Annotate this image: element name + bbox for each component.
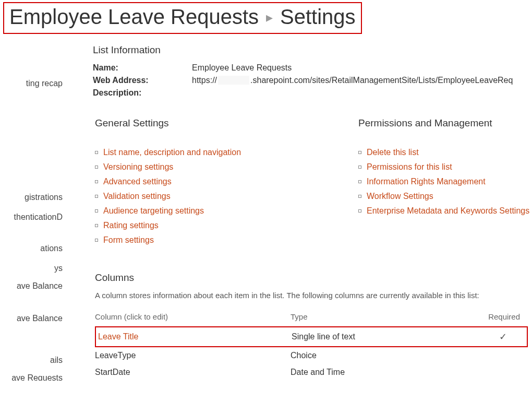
permissions-link[interactable]: Workflow Settings [367,192,433,201]
bullet-icon [95,166,98,169]
breadcrumb: Employee Leave Requests ▸ Settings [9,5,356,29]
general-settings-links: List name, description and navigationVer… [95,148,356,245]
bullet-icon [95,224,98,227]
web-address-value[interactable]: https://xx.sharepoint.com/sites/RetailMa… [192,76,513,85]
chevron-right-icon: ▸ [266,9,273,26]
sidebar-item[interactable]: gistrations [25,188,63,206]
general-settings-link[interactable]: Form settings [103,235,154,245]
sidebar-item[interactable]: ave Balance [17,310,63,327]
breadcrumb-highlight: Employee Leave Requests ▸ Settings [3,2,362,34]
name-label: Name: [93,63,192,73]
table-row: Leave TitleSingle line of text✓ [95,326,528,347]
columns-header-type: Type [291,312,483,321]
permissions-links: Delete this listPermissions for this lis… [358,148,532,216]
permissions-heading: Permissions and Management [358,117,532,129]
list-info-heading: List Information [93,44,532,56]
bullet-icon [95,180,98,183]
bullet-icon [358,151,361,154]
sidebar-item[interactable]: ys [54,260,63,277]
bullet-icon [358,209,361,213]
columns-table: Column (click to edit) Type Required Lea… [95,312,528,381]
general-settings-link[interactable]: Rating settings [103,221,159,230]
general-settings-heading: General Settings [95,117,356,129]
general-settings-link[interactable]: Validation settings [103,192,171,201]
sidebar-item[interactable]: ting recap [26,75,63,92]
general-settings-item: Rating settings [95,221,356,230]
bullet-icon [95,209,98,213]
permissions-item: Delete this list [358,148,532,157]
table-row: LeaveTypeChoice [95,347,528,364]
column-name-link[interactable]: StartDate [95,368,291,377]
web-address-label: Web Address: [93,76,192,85]
bullet-icon [358,166,361,169]
general-settings-item: Audience targeting settings [95,206,356,216]
sidebar-item[interactable]: ave Balance [17,277,63,295]
bullet-icon [95,195,98,198]
column-name-link[interactable]: Leave Title [96,332,292,341]
column-type: Single line of text [292,332,485,341]
general-settings-link[interactable]: Audience targeting settings [103,206,204,216]
main-content: List Information Name: Employee Leave Re… [63,44,532,381]
sidebar-item[interactable]: ails [50,351,63,369]
general-settings-item: Versioning settings [95,162,356,172]
permissions-link[interactable]: Enterprise Metadata and Keywords Setting… [367,206,529,216]
name-value: Employee Leave Requests [192,63,292,73]
permissions-link[interactable]: Information Rights Management [367,177,486,186]
sidebar-item[interactable]: ave Requests [11,369,63,381]
general-settings-item: Form settings [95,235,356,245]
bullet-icon [358,180,361,183]
sidebar-item[interactable]: thenticationD [14,208,63,226]
permissions-item: Permissions for this list [358,162,532,172]
general-settings-item: List name, description and navigation [95,148,356,157]
bullet-icon [95,151,98,154]
columns-heading: Columns [95,272,532,284]
permissions-link[interactable]: Permissions for this list [367,162,452,172]
breadcrumb-parent[interactable]: Employee Leave Requests [9,5,259,29]
redacted-tenant: xx [218,76,249,85]
left-nav: ting recapgistrationsthenticationDations… [0,44,63,381]
description-label: Description: [93,88,192,98]
columns-header-required: Required [483,312,520,321]
column-name-link[interactable]: LeaveType [95,351,291,360]
columns-description: A column stores information about each i… [95,291,532,300]
bullet-icon [358,195,361,198]
check-icon: ✓ [499,332,507,342]
breadcrumb-current: Settings [280,5,356,29]
columns-header-name: Column (click to edit) [95,312,291,321]
general-settings-link[interactable]: List name, description and navigation [103,148,241,157]
sidebar-item[interactable]: ations [40,240,63,257]
column-required: ✓ [485,331,521,343]
general-settings-link[interactable]: Advanced settings [103,177,172,186]
column-type: Date and Time [291,368,483,377]
general-settings-item: Advanced settings [95,177,356,186]
permissions-item: Information Rights Management [358,177,532,186]
general-settings-item: Validation settings [95,192,356,201]
permissions-item: Enterprise Metadata and Keywords Setting… [358,206,532,216]
table-row: StartDateDate and Time [95,364,528,381]
bullet-icon [95,239,98,242]
column-type: Choice [291,351,483,360]
permissions-item: Workflow Settings [358,192,532,201]
general-settings-link[interactable]: Versioning settings [103,162,173,172]
permissions-link[interactable]: Delete this list [367,148,419,157]
